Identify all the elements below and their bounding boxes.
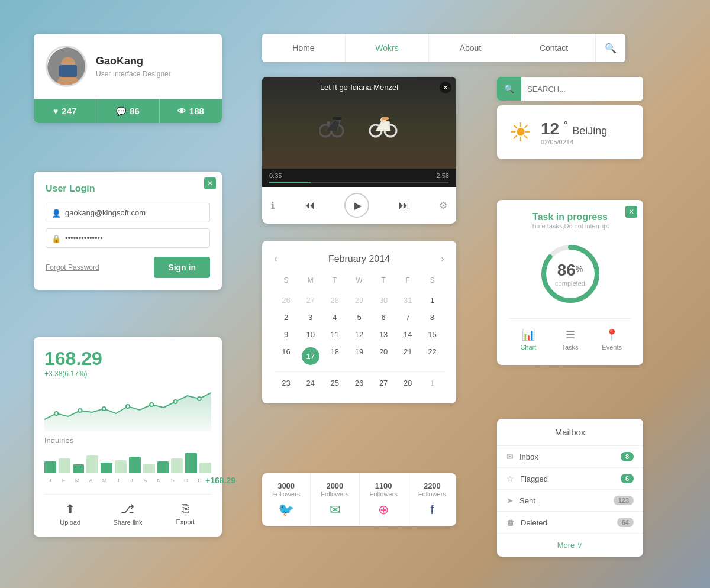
calendar-day[interactable]: 2	[274, 309, 298, 326]
search-input[interactable]	[521, 77, 643, 101]
password-field[interactable]	[46, 228, 210, 248]
video-time-total: 2:56	[437, 172, 449, 179]
task-title: Task in progress	[509, 212, 631, 222]
calendar-day[interactable]: 29	[347, 292, 371, 309]
calendar-day[interactable]: 1	[420, 292, 444, 309]
nav-item-home[interactable]: Home	[262, 34, 346, 62]
svg-point-14	[327, 121, 330, 125]
nav-item-wokrs[interactable]: Wokrs	[346, 34, 429, 62]
sent-icon: ➤	[506, 496, 514, 505]
calendar-day[interactable]: 21	[396, 343, 420, 369]
svg-point-4	[54, 412, 58, 415]
chart-change: +3.38(6.17%)	[44, 370, 211, 378]
dribbble-icon: ⊕	[378, 502, 389, 518]
calendar-day[interactable]: 9	[274, 326, 298, 343]
calendar-day[interactable]: 23	[274, 374, 298, 392]
calendar-day[interactable]: 22	[420, 343, 444, 369]
nav-search-button[interactable]: 🔍	[596, 43, 625, 54]
calendar-day[interactable]: 8	[420, 309, 444, 326]
calendar-day[interactable]: 24	[298, 374, 322, 392]
inbox-icon: ✉	[506, 452, 514, 461]
stat-comments[interactable]: 💬 86	[96, 99, 159, 123]
task-close-button[interactable]: ✕	[625, 206, 637, 218]
calendar-day[interactable]: 19	[347, 343, 371, 369]
tab-events[interactable]: 📍 Events	[592, 326, 631, 353]
calendar-day[interactable]: 26	[274, 292, 298, 309]
video-thumbnail: Let It go-Idiana Menzel	[262, 77, 456, 169]
login-close-button[interactable]: ✕	[204, 177, 216, 189]
nav-item-about[interactable]: About	[429, 34, 512, 62]
calendar-day[interactable]: 15	[420, 326, 444, 343]
video-progress-bar[interactable]	[269, 182, 449, 183]
calendar-day[interactable]: 13	[372, 326, 396, 343]
calendar-day[interactable]: 14	[396, 326, 420, 343]
calendar-day[interactable]: 1	[420, 374, 444, 392]
upload-button[interactable]: ⬆ Upload	[44, 502, 96, 526]
stat-views[interactable]: 👁 188	[160, 99, 222, 123]
chart-stats-card: 168.29 +3.38(6.17%) I	[34, 337, 222, 537]
calendar-day[interactable]: 11	[322, 326, 347, 343]
navigation-bar: Home Wokrs About Contact 🔍	[262, 34, 625, 62]
calendar-day[interactable]: 28	[396, 374, 420, 392]
svg-rect-3	[59, 65, 77, 77]
calendar-day[interactable]: 7	[396, 309, 420, 326]
calendar-day[interactable]: 30	[372, 292, 396, 309]
calendar-next-button[interactable]: ›	[441, 253, 444, 265]
mail-item-sent[interactable]: ➤ Sent 123	[497, 490, 643, 512]
video-close-button[interactable]: ✕	[440, 82, 451, 93]
calendar-prev-button[interactable]: ‹	[274, 253, 277, 265]
calendar-day[interactable]: 4	[322, 309, 347, 326]
next-button[interactable]: ⏭	[399, 199, 409, 212]
tab-chart[interactable]: 📊 Chart	[509, 326, 548, 353]
prev-button[interactable]: ⏮	[304, 199, 315, 212]
email-field[interactable]	[46, 203, 210, 222]
mail-item-inbox[interactable]: ✉ Inbox 8	[497, 446, 643, 468]
mailbox-more-button[interactable]: More ∨	[497, 534, 643, 557]
mail-item-deleted[interactable]: 🗑 Deleted 64	[497, 512, 643, 534]
email-icon: ✉	[330, 502, 340, 518]
calendar-day[interactable]: 28	[322, 292, 347, 309]
calendar-day[interactable]: 3	[298, 309, 322, 326]
calendar-day-today[interactable]: 17	[298, 343, 322, 369]
calendar-card: ‹ February 2014 › S M T W T F S 26 27 28…	[262, 241, 456, 403]
mail-item-flagged[interactable]: ☆ Flagged 6	[497, 468, 643, 490]
calendar-day[interactable]: 20	[372, 343, 396, 369]
social-twitter[interactable]: 3000 Followers 🐦	[262, 473, 311, 526]
calendar-day[interactable]: 12	[347, 326, 371, 343]
calendar-day[interactable]: 18	[322, 343, 347, 369]
tab-tasks[interactable]: ☰ Tasks	[551, 326, 590, 353]
sign-in-button[interactable]: Sign in	[154, 257, 210, 278]
social-dribbble[interactable]: 1100 Followers ⊕	[360, 473, 408, 526]
search-button[interactable]: 🔍	[497, 77, 521, 101]
tasks-tab-icon: ☰	[566, 328, 575, 341]
calendar-day[interactable]: 10	[298, 326, 322, 343]
login-title: User Login	[46, 183, 210, 194]
task-tabs: 📊 Chart ☰ Tasks 📍 Events	[509, 318, 631, 353]
weather-temp: 12	[541, 119, 559, 138]
progress-ring: 86% completed	[538, 241, 603, 306]
social-email[interactable]: 2000 Followers ✉	[311, 473, 359, 526]
calendar-day[interactable]: 16	[274, 343, 298, 369]
weather-date: 02/05/0214	[541, 138, 607, 146]
video-player: ✕ Let It go-Idiana Menzel	[262, 77, 456, 224]
calendar-day[interactable]: 31	[396, 292, 420, 309]
forgot-password-link[interactable]: Forgot Password	[46, 263, 99, 272]
calendar-day[interactable]: 6	[372, 309, 396, 326]
calendar-day[interactable]: 26	[347, 374, 371, 392]
profile-name: GaoKang	[96, 55, 171, 67]
email-input-wrap: 👤	[46, 203, 210, 222]
calendar-day[interactable]: 27	[372, 374, 396, 392]
calendar-day[interactable]: 27	[298, 292, 322, 309]
share-link-button[interactable]: ⎇ Share link	[102, 502, 153, 526]
mailbox-title: Mailbox	[497, 419, 643, 446]
stat-likes[interactable]: ♥ 247	[34, 99, 96, 123]
task-label: completed	[555, 280, 585, 287]
export-button[interactable]: ⎘ Export	[160, 502, 211, 526]
avatar	[46, 46, 87, 87]
play-button[interactable]: ▶	[344, 193, 369, 218]
nav-item-contact[interactable]: Contact	[512, 34, 596, 62]
calendar-day[interactable]: 25	[322, 374, 347, 392]
social-facebook[interactable]: 2200 Followers f	[408, 473, 456, 526]
calendar-day[interactable]: 5	[347, 309, 371, 326]
settings-icon: ⚙	[439, 200, 447, 211]
